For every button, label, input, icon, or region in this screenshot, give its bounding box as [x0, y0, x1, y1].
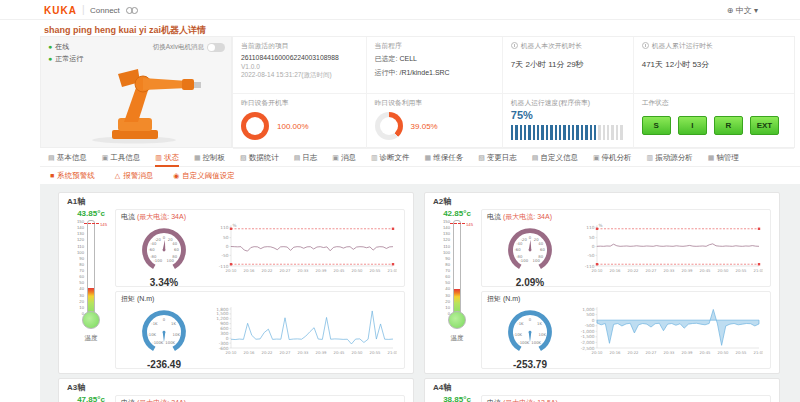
svg-text:1K: 1K — [171, 321, 176, 326]
project-activated-time: 2022-08-14 15:31:27(激活时间) — [241, 71, 358, 80]
svg-text:21:01: 21:01 — [754, 268, 763, 273]
subtab-alarm-messages[interactable]: △报警消息 — [115, 171, 153, 181]
svg-text:100: 100 — [533, 258, 541, 263]
tab-control-panel[interactable]: ▦控制板 — [194, 150, 225, 167]
svg-text:20:27: 20:27 — [280, 350, 292, 355]
svg-text:10K: 10K — [539, 332, 547, 337]
svg-text:-1,500: -1,500 — [581, 334, 595, 339]
change-log-icon: ▧ — [478, 154, 485, 161]
svg-text:20:33: 20:33 — [664, 350, 676, 355]
tab-maintenance-tasks[interactable]: ▦维保任务 — [425, 150, 464, 167]
svg-text:-100K: -100K — [518, 340, 530, 345]
tab-logs[interactable]: ▤日志 — [294, 150, 318, 167]
svg-text:20:16: 20:16 — [244, 268, 256, 273]
utilization-value: 39.05% — [411, 122, 438, 131]
svg-text:-1K: -1K — [151, 321, 158, 326]
startup-rate-cell: 昨日设备开机率 100.00% — [233, 94, 367, 149]
svg-text:110: 110 — [586, 225, 594, 230]
current-max-label: (最大电流: 34A) — [137, 213, 186, 220]
tab-axis-management[interactable]: ▦轴管理 — [708, 150, 739, 167]
svg-text:-60: -60 — [515, 247, 522, 252]
tab-change-log[interactable]: ▧变更日志 — [478, 150, 517, 167]
svg-text:20:22: 20:22 — [262, 268, 274, 273]
svg-text:60: 60 — [540, 247, 545, 252]
svg-text:20:55: 20:55 — [370, 350, 382, 355]
torque-title: 扭矩 (N.m) — [121, 295, 154, 302]
current-program-cell: 当前程序 已选定: CELL 运行中: /R1/kinde1.SRC — [367, 37, 503, 94]
svg-text:20:50: 20:50 — [352, 268, 364, 273]
tab-tool-info[interactable]: ▣工具信息 — [102, 150, 141, 167]
axis-card-a1: A1轴 43.85°c 1501401301201101009080706050… — [58, 192, 414, 374]
svg-text:0: 0 — [163, 235, 166, 240]
work-status-cell: 工作状态 SIREXT — [634, 94, 794, 149]
svg-text:-40: -40 — [150, 241, 157, 246]
active-project-cell: 当前激活的项目 26110844160006224003108988 V1.0.… — [233, 37, 367, 94]
overview-section: ●在线 ●正常运行 切换Axiv电机消息 当前激活的项目 26110844160… — [40, 36, 795, 148]
svg-text:20:45: 20:45 — [334, 350, 346, 355]
tab-messages[interactable]: ▣消息 — [332, 150, 356, 167]
tab-basic-info[interactable]: ▤基本信息 — [48, 150, 87, 167]
svg-text:-10K: -10K — [513, 332, 522, 337]
work-status-button-ext[interactable]: EXT — [750, 116, 779, 135]
tab-downtime-analysis[interactable]: ▣停机分析 — [593, 150, 632, 167]
svg-text:21:01: 21:01 — [388, 350, 397, 355]
current-box: 电流 (最大电流: 34A) -100-80-60-40-20020406080… — [115, 209, 405, 287]
speed-value: 75% — [511, 109, 625, 121]
current-max-label: (最大电流: 34A) — [503, 213, 552, 220]
axis-management-icon: ▦ — [708, 154, 715, 161]
svg-text:0: 0 — [529, 317, 532, 322]
svg-text:10K: 10K — [173, 332, 181, 337]
work-status-button-s[interactable]: S — [642, 116, 671, 135]
program-selected: CELL — [399, 55, 417, 62]
svg-text:20:10: 20:10 — [226, 350, 238, 355]
svg-text:50: 50 — [223, 235, 229, 240]
motor-toggle-switch[interactable] — [207, 43, 225, 52]
maintenance-tasks-icon: ▦ — [425, 154, 432, 161]
svg-text:-100: -100 — [154, 258, 163, 263]
svg-text:20:33: 20:33 — [298, 350, 310, 355]
svg-text:20:16: 20:16 — [610, 350, 622, 355]
globe-icon: ⊕ — [727, 6, 734, 15]
language-selector[interactable]: ⊕ 中文 ▾ — [727, 5, 758, 16]
axis-title: A2轴 — [433, 196, 771, 207]
tab-custom-info[interactable]: ▤自定义信息 — [532, 150, 578, 167]
alarm-messages-icon: △ — [115, 172, 120, 179]
axis-card-a3: A3轴 47.85°c 电流 (最大电流: 34A) — [58, 378, 414, 402]
svg-text:20:45: 20:45 — [700, 268, 712, 273]
work-status-button-i[interactable]: I — [678, 116, 707, 135]
current-value: 2.09% — [487, 277, 573, 288]
subtab-custom-threshold[interactable]: ◉自定义阈值设定 — [173, 171, 235, 181]
tab-status[interactable]: ▥状态 — [155, 150, 179, 167]
custom-info-icon: ▤ — [532, 154, 539, 161]
svg-text:20:45: 20:45 — [700, 350, 712, 355]
svg-text:20:16: 20:16 — [244, 350, 256, 355]
kuka-logo: KUKA — [44, 5, 77, 16]
svg-text:20:39: 20:39 — [316, 268, 328, 273]
temperature-value: 47.85°c — [67, 395, 115, 402]
tab-data-stats[interactable]: ▧数据统计 — [240, 150, 279, 167]
axis-card-a4: A4轴 38.85°c 电流 (最大电流: 13.5A) — [424, 378, 780, 402]
svg-text:0: 0 — [529, 235, 532, 240]
language-label: 中文 — [736, 6, 752, 15]
tab-vibration-analysis[interactable]: ▥振动源分析 — [647, 150, 693, 167]
svg-text:20:22: 20:22 — [628, 350, 640, 355]
svg-text:20:33: 20:33 — [298, 268, 310, 273]
basic-info-icon: ▤ — [48, 154, 55, 161]
svg-text:0: 0 — [592, 318, 595, 323]
torque-gauge: -100K-10K-1K01K10K100K — [503, 304, 557, 358]
work-status-button-r[interactable]: R — [714, 116, 743, 135]
current-chart: 110500-50-110%20:1020:1620:2220:2720:332… — [207, 222, 399, 282]
tab-diagnostic-files[interactable]: ▥诊断文件 — [371, 150, 410, 167]
temperature-panel: 43.85°c 15014013012011010090807060504030… — [67, 209, 115, 373]
svg-text:-50: -50 — [221, 253, 228, 258]
connect-link-icon — [126, 7, 138, 14]
svg-text:20:27: 20:27 — [280, 268, 292, 273]
current-box: 电流 (最大电流: 34A) — [115, 395, 405, 402]
axis-card-a2: A2轴 42.85°c 1501401301201101009080706050… — [424, 192, 780, 374]
torque-gauge: -100K-10K-1K01K10K100K — [137, 304, 191, 358]
svg-text:20:55: 20:55 — [736, 268, 748, 273]
robot-image — [51, 55, 221, 145]
svg-text:100K: 100K — [531, 340, 541, 345]
clock-icon — [511, 42, 518, 49]
subtab-system-warning-line[interactable]: ■系统预警线 — [50, 171, 95, 181]
